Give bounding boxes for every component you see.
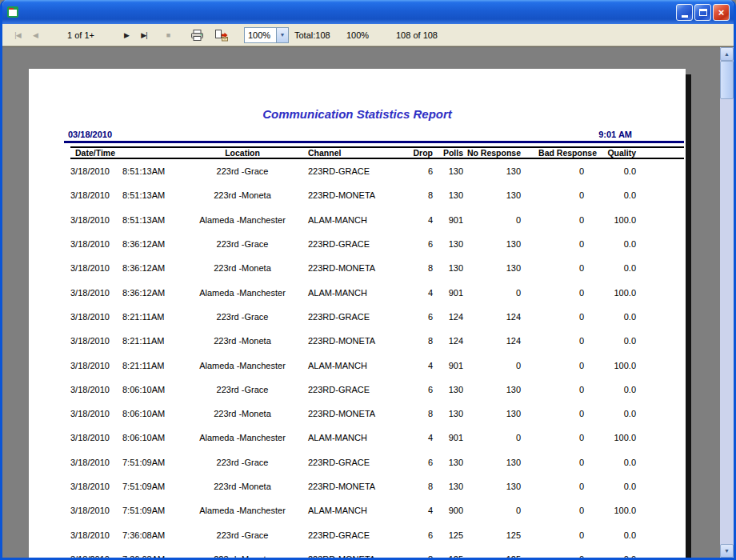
cell-no-response: 0: [466, 433, 524, 442]
cell-datetime: 3/18/2010 7:36:08AM: [70, 554, 190, 558]
print-button[interactable]: [188, 26, 207, 44]
cell-channel: 223RD-GRACE: [294, 312, 404, 322]
cell-location: 223rd -Grace: [190, 385, 294, 394]
cell-quality: 100.0: [598, 215, 640, 225]
stop-button[interactable]: ■: [159, 26, 177, 44]
table-row: 3/18/2010 7:51:09AM 223rd -Moneta 223RD-…: [70, 474, 684, 498]
cell-quality: 0.0: [598, 554, 640, 558]
cell-location: Alameda -Manchester: [190, 433, 294, 442]
cell-bad-response: 0: [524, 190, 598, 200]
scroll-down-button[interactable]: ▼: [720, 544, 734, 558]
cell-datetime: 3/18/2010 8:51:13AM: [70, 190, 190, 200]
cell-time: 8:06:10AM: [122, 409, 165, 418]
cell-location: 223rd -Grace: [190, 458, 294, 467]
minimize-button[interactable]: [676, 4, 693, 21]
cell-channel: 223RD-MONETA: [294, 482, 404, 491]
cell-polls: 130: [436, 190, 466, 200]
col-polls: Polls: [436, 148, 466, 158]
table-row: 3/18/2010 8:06:10AM Alameda -Manchester …: [70, 426, 684, 450]
cell-date: 3/18/2010: [70, 409, 122, 418]
prev-page-button[interactable]: ◀: [26, 26, 44, 44]
cell-time: 7:36:08AM: [122, 554, 165, 558]
cell-bad-response: 0: [524, 215, 598, 225]
next-page-button[interactable]: ▶: [118, 26, 135, 44]
cell-location: 223rd -Grace: [190, 166, 294, 176]
cell-date: 3/18/2010: [70, 312, 122, 322]
cell-drop: 6: [404, 312, 436, 322]
cell-time: 7:51:09AM: [122, 506, 165, 515]
cell-channel: 223RD-MONETA: [294, 409, 404, 418]
cell-no-response: 0: [466, 361, 524, 370]
scroll-up-button[interactable]: ▲: [720, 47, 734, 61]
last-page-button[interactable]: ▶|: [135, 26, 153, 44]
cell-date: 3/18/2010: [70, 239, 122, 249]
prev-page-icon: ◀: [33, 31, 38, 39]
cell-date: 3/18/2010: [70, 190, 122, 200]
close-icon: ×: [718, 7, 725, 18]
col-drop: Drop: [404, 148, 436, 158]
cell-drop: 8: [404, 482, 436, 491]
report-title: Communication Statistics Report: [29, 107, 686, 121]
cell-date: 3/18/2010: [70, 166, 122, 176]
col-channel: Channel: [294, 148, 404, 158]
close-button[interactable]: ×: [713, 4, 730, 21]
scroll-down-icon: ▼: [724, 548, 730, 554]
cell-date: 3/18/2010: [70, 530, 122, 540]
col-datetime: Date/Time: [70, 148, 190, 158]
export-button[interactable]: [212, 26, 231, 44]
cell-datetime: 3/18/2010 8:21:11AM: [70, 336, 190, 346]
cell-datetime: 3/18/2010 8:36:12AM: [70, 263, 190, 273]
cell-datetime: 3/18/2010 8:21:11AM: [70, 312, 190, 322]
cell-no-response: 130: [466, 190, 524, 200]
scroll-up-icon: ▲: [724, 51, 730, 57]
export-icon: [214, 29, 229, 42]
cell-channel: ALAM-MANCH: [294, 215, 404, 225]
cell-bad-response: 0: [524, 312, 598, 322]
titlebar[interactable]: ×: [2, 0, 734, 24]
chevron-down-icon: ▼: [279, 32, 285, 38]
cell-datetime: 3/18/2010 8:51:13AM: [70, 166, 190, 176]
cell-drop: 6: [404, 458, 436, 467]
cell-quality: 0.0: [598, 312, 640, 322]
cell-location: 223rd -Grace: [190, 312, 294, 322]
first-page-button[interactable]: |◀: [9, 26, 26, 44]
cell-quality: 0.0: [598, 190, 640, 200]
cell-polls: 901: [436, 433, 466, 442]
cell-channel: 223RD-GRACE: [294, 239, 404, 249]
cell-time: 8:06:10AM: [122, 385, 165, 394]
cell-polls: 130: [436, 385, 466, 394]
record-count-label: 108 of 108: [396, 30, 438, 40]
maximize-button[interactable]: [694, 4, 711, 21]
cell-bad-response: 0: [524, 166, 598, 176]
report-table: Date/Time Location Channel Drop Polls No…: [70, 146, 684, 558]
cell-polls: 125: [436, 554, 466, 558]
table-row: 3/18/2010 7:51:09AM 223rd -Grace 223RD-G…: [70, 450, 684, 474]
cell-no-response: 130: [466, 385, 524, 394]
cell-polls: 901: [436, 361, 466, 370]
cell-location: 223rd -Moneta: [190, 409, 294, 418]
cell-location: Alameda -Manchester: [190, 288, 294, 298]
cell-quality: 0.0: [598, 166, 640, 176]
stop-icon: ■: [166, 31, 170, 39]
cell-polls: 900: [436, 506, 466, 515]
cell-time: 8:36:12AM: [122, 239, 165, 249]
zoom-value: 100%: [245, 28, 276, 42]
scrollbar-thumb[interactable]: [720, 61, 734, 99]
cell-drop: 4: [404, 288, 436, 298]
zoom-dropdown-button[interactable]: ▼: [276, 28, 288, 42]
cell-date: 3/18/2010: [70, 554, 122, 558]
cell-drop: 4: [404, 433, 436, 442]
cell-no-response: 130: [466, 482, 524, 491]
zoom-combobox[interactable]: 100% ▼: [244, 27, 289, 43]
cell-datetime: 3/18/2010 8:36:12AM: [70, 239, 190, 249]
cell-time: 7:51:09AM: [122, 482, 165, 491]
cell-drop: 8: [404, 554, 436, 558]
report-viewer: Communication Statistics Report 03/18/20…: [2, 46, 734, 558]
cell-location: 223rd -Grace: [190, 239, 294, 249]
cell-datetime: 3/18/2010 8:06:10AM: [70, 385, 190, 394]
cell-location: Alameda -Manchester: [190, 361, 294, 370]
vertical-scrollbar[interactable]: ▲ ▼: [720, 47, 734, 558]
cell-quality: 100.0: [598, 288, 640, 298]
cell-polls: 130: [436, 409, 466, 418]
page-indicator: 1 of 1+: [67, 30, 94, 40]
